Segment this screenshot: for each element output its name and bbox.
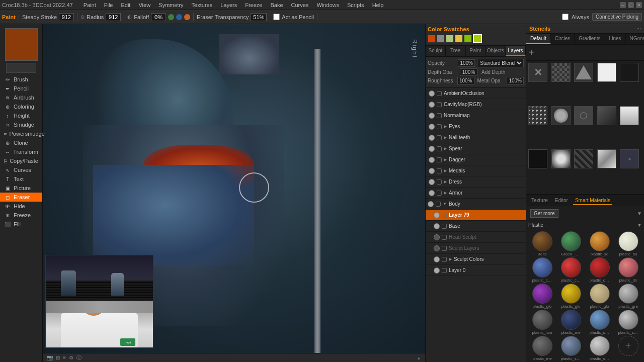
metal-opacity-val[interactable]: 100% <box>507 77 524 84</box>
tool-copypaste[interactable]: ⎘ Copy/Paste <box>0 156 42 165</box>
layer-eye-icon[interactable] <box>434 223 440 229</box>
layer-cavitymap[interactable]: CavityMap(RGB) <box>426 99 526 110</box>
tool-curves[interactable]: ∿ Curves <box>0 165 42 174</box>
layer-eye-icon[interactable] <box>428 201 434 207</box>
tab-tree[interactable]: Tree <box>446 46 466 56</box>
material-plastic-che1[interactable]: plastic_che <box>528 257 556 283</box>
material-plastic-glo3[interactable]: plastic_glo <box>586 284 613 309</box>
stencil-item-12[interactable] <box>551 149 571 168</box>
material-plastic-che2[interactable]: plastic_che <box>557 257 585 283</box>
expand-arrow-icon[interactable]: ▶ <box>444 168 447 173</box>
layer-lock-icon[interactable] <box>437 191 442 196</box>
tool-coloring[interactable]: ⊕ Coloring <box>0 102 42 111</box>
close-btn[interactable]: ✕ <box>636 2 642 8</box>
tool-eraser[interactable]: ◻ Eraser <box>0 193 42 202</box>
layer-eye-icon[interactable] <box>429 179 435 185</box>
color-preview[interactable] <box>5 28 38 61</box>
stencil-item-2[interactable] <box>551 63 571 82</box>
menu-curves[interactable]: Curves <box>290 2 310 8</box>
radius-val[interactable]: 912 <box>106 13 121 21</box>
layer-normalmap[interactable]: Normalmap <box>426 110 526 121</box>
expand-arrow-icon[interactable]: ▶ <box>444 124 447 129</box>
tab-sculpt[interactable]: Sculpt <box>426 46 446 56</box>
layer-eye-icon[interactable] <box>429 190 435 196</box>
camera-icon[interactable]: 📷 <box>47 355 53 360</box>
sm-tab-editor[interactable]: Editor <box>553 197 570 204</box>
swatch-lime[interactable] <box>464 35 472 43</box>
layer-lock-icon[interactable] <box>442 224 447 229</box>
stencil-tab-gradients[interactable]: Gradients <box>575 34 605 44</box>
layer-dagger[interactable]: ▶ Dagger <box>426 154 526 165</box>
stencil-item-3[interactable] <box>574 63 593 82</box>
stencil-tab-lines[interactable]: Lines <box>605 34 626 44</box>
expand-arrow-icon[interactable]: ▼ <box>443 202 447 206</box>
layer-lock-icon[interactable] <box>437 113 442 118</box>
falloff-val[interactable]: 0% <box>151 13 166 21</box>
stencil-item-6[interactable] <box>528 106 547 125</box>
tool-pencil[interactable]: ✒ Pencil <box>0 84 42 93</box>
layer-lock-icon[interactable] <box>442 257 447 262</box>
layer-eye-icon[interactable] <box>434 245 440 251</box>
material-plastic-sha1[interactable]: plastic_sha <box>586 310 613 335</box>
swatch-yellow[interactable] <box>455 35 463 43</box>
menu-bake[interactable]: Bake <box>269 2 284 8</box>
expand-arrow-icon[interactable]: ▶ <box>449 257 452 261</box>
material-ball-add[interactable]: + <box>618 336 638 356</box>
layer-lock-icon[interactable] <box>437 179 442 185</box>
opacity-val[interactable]: 100% <box>458 59 475 67</box>
menu-windows[interactable]: Windows <box>315 2 341 8</box>
act-as-pencil-checkbox[interactable] <box>273 14 280 20</box>
menu-freeze[interactable]: Freeze <box>244 2 264 8</box>
material-plastic-sha3[interactable]: plastic_sha <box>557 336 585 361</box>
menu-paint[interactable]: Paint <box>82 2 98 8</box>
material-plastic-bu[interactable]: plastic_bu <box>614 231 642 256</box>
always-checkbox[interactable] <box>562 14 569 20</box>
transparency-val[interactable]: 51% <box>251 13 267 21</box>
layer-eye-icon[interactable] <box>429 124 435 130</box>
material-plastic-me2[interactable]: plastic_me <box>528 336 556 361</box>
layer-eye-icon[interactable] <box>429 90 435 97</box>
menu-layers[interactable]: Layers <box>219 2 238 8</box>
material-add-new[interactable]: + <box>614 336 642 361</box>
tool-transform[interactable]: ↔ Transform <box>0 147 42 156</box>
layer-lock-icon[interactable] <box>442 246 447 251</box>
roughness-val[interactable]: 100% <box>457 77 474 84</box>
layer-eye-icon[interactable] <box>434 267 440 274</box>
material-plastic-glo2[interactable]: plastic_glo <box>557 284 585 309</box>
tool-powersmudge[interactable]: ≈ Powersmudge <box>0 129 42 138</box>
stencil-item-13[interactable] <box>574 149 593 168</box>
stencil-item-4[interactable] <box>597 63 616 82</box>
stencil-item-10[interactable] <box>620 106 639 125</box>
material-plastic-glo1[interactable]: plastic_glo <box>528 284 556 309</box>
tab-objects[interactable]: Objects <box>486 46 506 56</box>
material-belts[interactable]: Belts <box>528 231 556 256</box>
layer-nail-teeth[interactable]: ▶ Nail teeth <box>426 132 526 143</box>
layer-medals[interactable]: ▶ Medals <box>426 165 526 176</box>
stencil-add-large-btn[interactable]: + <box>528 47 534 58</box>
layer-eye-icon[interactable] <box>429 146 435 152</box>
material-plastic-sha2[interactable]: plastic_sha <box>614 310 642 335</box>
layer-eye-icon[interactable] <box>429 168 435 174</box>
tool-height[interactable]: ↕ Height <box>0 111 42 120</box>
layer-eyes[interactable]: ▶ Eyes <box>426 121 526 132</box>
menu-help[interactable]: Help <box>371 2 385 8</box>
material-plastic-sha4[interactable]: plastic_sha <box>586 336 613 361</box>
stencil-item-14[interactable] <box>597 149 616 168</box>
info-icon[interactable]: ⓘ <box>76 354 82 361</box>
stencil-tab-circles[interactable]: Circles <box>551 34 575 44</box>
get-more-btn[interactable]: Get more <box>530 209 558 218</box>
settings-icon[interactable]: ⚙ <box>69 355 73 360</box>
menu-scripts[interactable]: Scripts <box>346 2 366 8</box>
stencil-tab-default[interactable]: Default <box>526 34 551 44</box>
layer-lock-icon[interactable] <box>437 102 442 107</box>
layer-lock-icon[interactable] <box>442 235 447 240</box>
menu-file[interactable]: File <box>103 2 115 8</box>
material-plastic-lum[interactable]: plastic_lum <box>528 310 556 335</box>
stencil-item-8[interactable]: ⬡ <box>574 106 593 125</box>
material-plastic-dir[interactable]: plastic_dir <box>614 257 642 283</box>
layer-lock-icon[interactable] <box>437 91 442 96</box>
material-green-med[interactable]: Green_med <box>557 231 585 256</box>
layer-sculpt-layers[interactable]: Sculpt Layers <box>426 243 526 254</box>
layer-lock-icon[interactable] <box>437 124 442 129</box>
layer-eye-icon[interactable] <box>434 256 440 262</box>
